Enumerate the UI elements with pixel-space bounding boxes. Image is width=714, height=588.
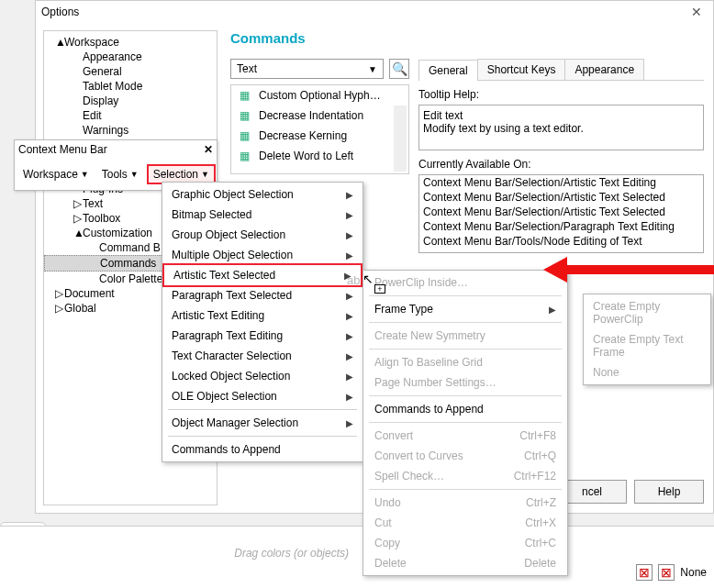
command-icon: ▦ — [237, 108, 251, 123]
available-entry[interactable]: Context Menu Bar/Selection/Artistic Text… — [419, 175, 703, 190]
chevron-right-icon: ▶ — [346, 418, 353, 428]
outline-swatch[interactable]: ⊠ — [658, 564, 675, 581]
chevron-right-icon: ▶ — [346, 331, 353, 341]
chevron-right-icon: ▶ — [346, 250, 353, 261]
context-item[interactable]: Frame Type▶ — [363, 299, 567, 319]
command-icon: ▦ — [237, 149, 251, 163]
chevron-down-icon: ▼ — [201, 170, 209, 179]
submenu-item[interactable]: OLE Object Selection▶ — [162, 386, 363, 406]
context-item: CutCtrl+X — [363, 513, 567, 533]
ctxwin-title: Context Menu Bar — [18, 143, 204, 156]
command-item[interactable]: ▦Delete Word to Left — [231, 146, 408, 166]
context-item: CopyCtrl+C — [363, 533, 567, 553]
close-icon[interactable]: ✕ — [204, 143, 213, 156]
frame-type-item: Create Empty PowerClip — [584, 296, 710, 329]
chevron-right-icon: ▶ — [344, 271, 351, 281]
submenu-item[interactable]: Multiple Object Selection▶ — [162, 245, 363, 265]
chevron-right-icon: ▶ — [549, 305, 556, 315]
chevron-right-icon: ▶ — [346, 291, 353, 301]
tooltip-textbox[interactable]: Edit text Modify text by using a text ed… — [418, 105, 704, 150]
swatch-label: None — [680, 566, 707, 579]
tab-shortcut-keys[interactable]: Shortcut Keys — [477, 59, 566, 80]
context-item: Create New Symmetry — [363, 326, 567, 346]
available-entry[interactable]: Context Menu Bar/Selection/Paragraph Tex… — [419, 219, 703, 234]
submenu-item[interactable]: Paragraph Text Selected▶ — [162, 285, 363, 305]
help-button[interactable]: Help — [634, 480, 704, 504]
command-icon: ▦ — [237, 128, 251, 143]
available-on-list[interactable]: Context Menu Bar/Selection/Artistic Text… — [418, 174, 704, 253]
tooltip-line: Edit text — [423, 109, 699, 122]
submenu-item[interactable]: Paragraph Text Editing▶ — [162, 326, 363, 346]
available-entry[interactable]: Context Menu Bar/Tools/Node Editing of T… — [419, 234, 703, 249]
chevron-down-icon: ▼ — [130, 170, 139, 179]
command-icon: ▦ — [237, 88, 251, 103]
available-on-label: Currently Available On: — [418, 158, 704, 171]
tab-appearance[interactable]: Appearance — [564, 59, 644, 80]
section-title: Commands — [230, 30, 704, 46]
chevron-right-icon: ▶ — [346, 210, 353, 220]
chevron-down-icon: ▼ — [81, 170, 89, 179]
tree-item-appearance[interactable]: Appearance — [44, 50, 217, 64]
artistic-text-context-menu: PowerClip Inside…Frame Type▶Create New S… — [363, 270, 568, 576]
context-item: Align To Baseline Grid — [363, 352, 567, 372]
tooltip-label: Tooltip Help: — [418, 88, 704, 101]
chevron-down-icon: ▼ — [368, 64, 377, 74]
tree-item-display[interactable]: Display — [44, 94, 217, 108]
tooltip-line: Modify text by using a text editor. — [423, 122, 699, 135]
context-item: ConvertCtrl+F8 — [363, 426, 567, 446]
context-item: Page Number Settings… — [363, 372, 567, 393]
submenu-item[interactable]: Object Manager Selection▶ — [162, 413, 363, 433]
submenu-item[interactable]: Graphic Object Selection▶ — [162, 184, 363, 205]
chevron-right-icon: ▶ — [346, 372, 353, 382]
combo-value: Text — [237, 62, 368, 75]
context-item: Spell Check…Ctrl+F12 — [363, 466, 567, 486]
tree-item-warnings[interactable]: Warnings — [44, 123, 217, 138]
menubar-tools[interactable]: Tools▼ — [97, 166, 143, 183]
submenu-item[interactable]: Locked Object Selection▶ — [162, 366, 363, 386]
tree-item-general[interactable]: General — [44, 64, 217, 79]
available-entry[interactable]: Context Menu Bar/Selection/Artistic Text… — [419, 205, 703, 219]
command-item[interactable]: ▦Custom Optional Hyph… — [231, 85, 408, 105]
submenu-item[interactable]: Artistic Text Selected▶ — [162, 263, 363, 287]
no-outline-icon: ⊠ — [661, 565, 672, 580]
property-tabs: GeneralShortcut KeysAppearance — [418, 59, 704, 81]
close-icon[interactable]: ✕ — [686, 5, 708, 19]
context-item: PowerClip Inside… — [363, 272, 567, 293]
submenu-item[interactable]: Bitmap Selected▶ — [162, 205, 363, 225]
chevron-right-icon: ▶ — [346, 190, 353, 200]
available-entry[interactable]: Context Menu Bar/Selection/Artistic Text… — [419, 190, 703, 205]
tree-item-edit[interactable]: Edit — [44, 108, 217, 123]
chevron-right-icon: ▶ — [346, 230, 353, 240]
tab-general[interactable]: General — [418, 60, 478, 81]
scrollbar[interactable] — [394, 105, 407, 172]
dialog-title: Options — [41, 6, 686, 18]
no-fill-icon: ⊠ — [639, 565, 650, 580]
tree-item-workspace[interactable]: ▲Workspace — [44, 35, 217, 50]
fill-swatch[interactable]: ⊠ — [636, 564, 653, 581]
menubar-workspace[interactable]: Workspace▼ — [18, 166, 94, 183]
status-hint: Drag colors (or objects) — [234, 547, 349, 560]
frame-type-submenu: Create Empty PowerClipCreate Empty Text … — [583, 294, 711, 385]
command-item[interactable]: ▦Decrease Indentation — [231, 105, 408, 126]
submenu-item[interactable]: Text Character Selection▶ — [162, 346, 363, 366]
category-combo[interactable]: Text ▼ — [230, 59, 384, 79]
frame-type-item: None — [584, 362, 710, 383]
status-bar: Drag colors (or objects) ⊠ ⊠ None — [0, 526, 714, 588]
tree-item-tablet-mode[interactable]: Tablet Mode — [44, 79, 217, 94]
submenu-item[interactable]: Commands to Append — [162, 439, 363, 460]
commands-list[interactable]: ▦Custom Optional Hyph…▦Decrease Indentat… — [230, 84, 409, 174]
context-item[interactable]: Commands to Append — [363, 399, 567, 419]
context-item: Convert to CurvesCtrl+Q — [363, 446, 567, 466]
chevron-right-icon: ▶ — [346, 392, 353, 402]
command-item[interactable]: ▦Decrease Kerning — [231, 126, 408, 146]
context-item: UndoCtrl+Z — [363, 493, 567, 513]
chevron-right-icon: ▶ — [346, 311, 353, 321]
submenu-item[interactable]: Artistic Text Editing▶ — [162, 305, 363, 326]
search-icon[interactable]: 🔍 — [389, 59, 409, 79]
frame-type-item: Create Empty Text Frame — [584, 329, 710, 362]
submenu-item[interactable]: Group Object Selection▶ — [162, 225, 363, 245]
context-item: DeleteDelete — [363, 553, 567, 573]
chevron-right-icon: ▶ — [346, 351, 353, 361]
selection-submenu: Graphic Object Selection▶Bitmap Selected… — [162, 182, 363, 462]
